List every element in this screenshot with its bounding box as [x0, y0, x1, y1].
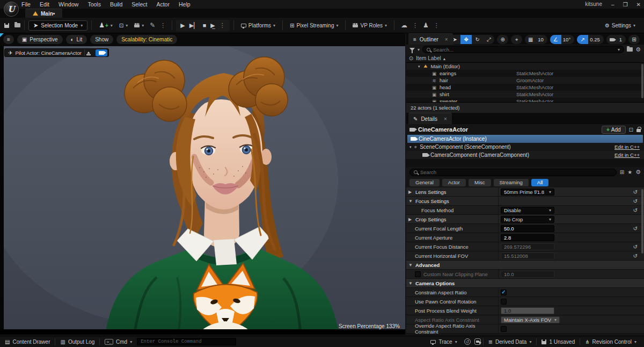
lock-icon[interactable] [636, 129, 641, 132]
blueprint-convert-icon[interactable]: ⊡ [629, 127, 633, 133]
tab-outliner[interactable]: ≡ Outliner × [408, 33, 453, 45]
trace-dropdown[interactable]: Trace▾ [426, 336, 462, 347]
grid-snap-toggle[interactable]: ▦ [525, 35, 536, 44]
rotation-snap-value[interactable]: 10° [561, 37, 574, 42]
reset-icon[interactable]: ↺ [633, 189, 638, 195]
outliner-search[interactable]: ▾ [422, 46, 624, 53]
outliner-row-shirt[interactable]: ▣ shirtStaticMeshActor [406, 91, 644, 98]
camera-speed-value[interactable]: 1 [618, 37, 626, 42]
filter-tab-actor[interactable]: Actor [442, 179, 466, 186]
rotate-tool[interactable]: ↻ [472, 35, 483, 44]
console-command-input[interactable] [137, 338, 236, 345]
edit-in-cpp-link[interactable]: Edit in C++ [614, 152, 640, 158]
filter-tab-streaming[interactable]: Streaming [494, 179, 529, 186]
menu-help[interactable]: Help [179, 1, 191, 8]
row-crop-settings[interactable]: ▶Crop Settings No Crop▾ [406, 215, 644, 224]
grid-snap-value[interactable]: 10 [536, 37, 547, 42]
scalability-button[interactable]: Scalability: Cinematic [116, 35, 177, 44]
menu-build[interactable]: Build [110, 1, 122, 8]
new-folder-icon[interactable] [627, 46, 633, 53]
blueprints-button[interactable]: ⊡▾ [116, 23, 131, 28]
camera-speed-icon[interactable] [606, 35, 618, 44]
outliner-scrollbar[interactable] [641, 64, 643, 98]
platforms-dropdown[interactable]: Platforms▾ [238, 23, 279, 28]
cmd-dropdown[interactable]: >_ Cmd▾ [100, 336, 137, 347]
viewport-3d[interactable]: ✈ Pilot Actor: CineCameraActor Z 早道大咖 ZA… [0, 46, 405, 335]
show-dropdown[interactable]: Show [90, 35, 113, 44]
outliner-settings-gear-icon[interactable]: ⚙ [635, 46, 641, 53]
toggle-camera-view-button[interactable] [96, 49, 107, 56]
menu-tools[interactable]: Tools [87, 1, 101, 8]
content-browser-icon[interactable] [14, 22, 20, 28]
cinematics-button[interactable]: ▾ [131, 23, 147, 28]
rotation-snap-toggle[interactable]: ∠ [550, 35, 561, 44]
filter-tab-general[interactable]: General [409, 179, 440, 186]
display-options-icon[interactable]: ⊞ [620, 169, 624, 175]
reset-icon[interactable]: ↺ [633, 226, 638, 232]
lit-dropdown[interactable]: ◐ Lit [66, 35, 87, 44]
outliner-row-head[interactable]: ▣ headStaticMeshActor [406, 84, 644, 91]
close-icon[interactable]: × [444, 116, 447, 122]
insights-icon[interactable]: ↺ [464, 338, 471, 345]
collaborators-options-icon[interactable]: ⋮ [431, 22, 442, 29]
select-tool[interactable]: ➤ [449, 35, 460, 44]
menu-select[interactable]: Select [131, 1, 147, 8]
world-space-toggle[interactable]: ⊕ [497, 35, 508, 44]
menu-edit[interactable]: Edit [40, 1, 49, 8]
add-component-button[interactable]: +Add [602, 126, 626, 134]
scale-snap-toggle[interactable]: ↗ [577, 35, 588, 44]
filter-tab-all[interactable]: All [531, 179, 549, 186]
reset-icon[interactable]: ↺ [633, 198, 638, 204]
close-button[interactable]: ✕ [636, 2, 641, 8]
outliner-row-hair[interactable]: ≋ hairGroomActor [406, 77, 644, 84]
tab-main-level[interactable]: Main• [25, 9, 62, 18]
search-options-chevron-icon[interactable]: ▾ [618, 47, 620, 52]
surface-snap-toggle[interactable]: ⌖ [511, 35, 522, 44]
filter-tab-misc[interactable]: Misc [469, 179, 491, 186]
details-settings-gear-icon[interactable]: ⚙ [635, 169, 641, 176]
output-log-button[interactable]: ▥ Output Log [55, 336, 99, 347]
pilot-actor-bar[interactable]: ✈ Pilot Actor: CineCameraActor [4, 48, 109, 57]
menu-file[interactable]: File [21, 1, 31, 8]
outliner-row-main[interactable]: ▾ Main (Editor) [406, 63, 644, 70]
outliner-row-earings[interactable]: ▣ earingsStaticMeshActor [406, 70, 644, 77]
outliner-search-input[interactable] [433, 47, 615, 53]
focal-length-input[interactable]: 50.0 [501, 225, 554, 232]
details-search[interactable] [409, 169, 617, 176]
outliner-row-sweater[interactable]: ▣ sweaterStaticMeshActor [406, 98, 644, 102]
play-from-here-button[interactable]: ▶̲ [208, 22, 217, 29]
viewport-menu-button[interactable]: ≡ [3, 35, 14, 44]
revision-control-dropdown[interactable]: ⋔ Revision Control▾ [580, 336, 644, 347]
stop-button[interactable]: ■ [201, 22, 209, 28]
favorites-star-icon[interactable]: ★ [627, 169, 632, 175]
minimize-button[interactable]: – [611, 2, 614, 8]
details-search-input[interactable] [420, 169, 612, 175]
collaborators-icon[interactable]: ♟ [420, 21, 431, 29]
derived-data-dropdown[interactable]: ≣ Derived Data▾ [484, 336, 537, 347]
filter-chevron-icon[interactable]: ▾ [418, 47, 420, 52]
content-drawer-button[interactable]: ▤ Content Drawer [0, 336, 55, 347]
maximize-button[interactable]: ❐ [623, 2, 628, 8]
reset-icon[interactable]: ↺ [633, 253, 638, 259]
perspective-dropdown[interactable]: ▣ Perspective [17, 35, 63, 44]
save-icon[interactable] [4, 23, 9, 28]
play-options-icon[interactable]: ⋮ [217, 22, 228, 29]
selection-mode-dropdown[interactable]: ➤ Selection Mode ▾ [28, 20, 87, 31]
component-row-scene[interactable]: ▾ ⌖ SceneComponent (SceneComponent) Edit… [406, 143, 644, 151]
menu-window[interactable]: Window [58, 1, 78, 8]
settings-dropdown[interactable]: ⚙ Settings▾ [602, 23, 644, 28]
cloud-icon[interactable]: ☁ [398, 21, 410, 29]
component-row-instance[interactable]: CineCameraActor (Instance) [407, 135, 643, 143]
pixel-streaming-dropdown[interactable]: ⊞ Pixel Streaming▾ [287, 23, 341, 28]
edit-in-cpp-link[interactable]: Edit in C++ [614, 144, 640, 150]
overflow-menu-icon[interactable]: ⋮ [158, 22, 168, 29]
maximize-viewport-icon[interactable]: ⊞ [628, 35, 640, 44]
lens-preset-dropdown[interactable]: 50mm Prime f/1.8▾ [501, 189, 554, 196]
play-button[interactable]: ▶ [178, 22, 187, 29]
menu-actor[interactable]: Actor [156, 1, 170, 8]
row-focus-settings[interactable]: ▼Focus Settings ↺ [406, 197, 644, 206]
editor-modes-icon[interactable]: ✎ [147, 21, 158, 29]
override-axis-checkbox[interactable] [501, 326, 507, 332]
screenshot-icon[interactable] [474, 338, 481, 345]
close-icon[interactable]: × [445, 37, 448, 42]
